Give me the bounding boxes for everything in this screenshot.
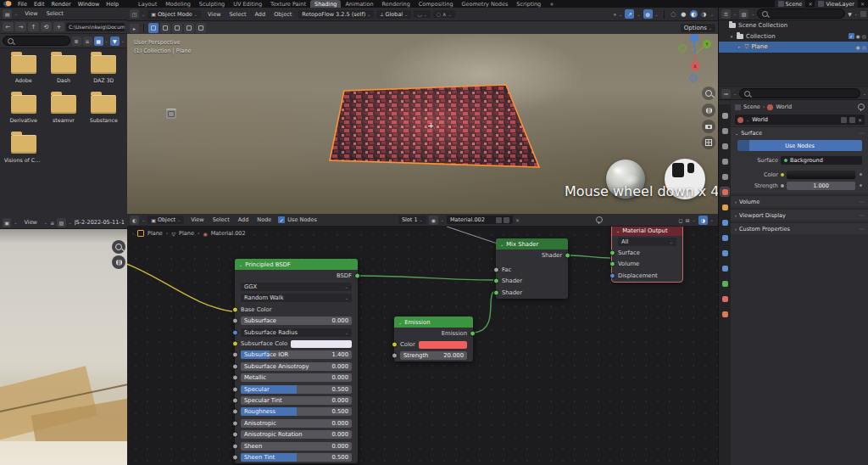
material-slot-selector[interactable]: Slot 1⌄ — [398, 216, 426, 224]
image-name[interactable]: JS-2-2022-05-11-15 — [75, 219, 125, 226]
node-color-row[interactable]: Color — [400, 341, 467, 349]
input-socket[interactable] — [232, 397, 238, 403]
viewport-menu[interactable]: Select — [225, 11, 250, 18]
properties-tab[interactable] — [721, 264, 729, 272]
refresh-button[interactable]: ⟲ — [41, 22, 52, 31]
node-color-row[interactable]: Subsurface Colo — [241, 340, 352, 348]
workspace-tab[interactable]: Sculpting — [195, 0, 229, 8]
workspace-tab[interactable]: UV Editing — [229, 0, 266, 8]
emission-output-socket[interactable] — [470, 330, 476, 336]
select-tool-variant[interactable] — [184, 23, 194, 33]
navigation-gizmo[interactable]: Y X — [674, 34, 718, 83]
display-settings-chevron[interactable]: ⌄ — [105, 38, 108, 43]
editor-type-icon[interactable]: ☰ — [721, 9, 731, 19]
display-vertical-list-icon[interactable]: ≣ — [72, 36, 81, 46]
topbar-menu[interactable]: Window — [75, 1, 103, 8]
node-dropdown[interactable]: GGX⌄ — [241, 283, 352, 291]
options-dropdown[interactable]: Options⌄ — [681, 24, 715, 32]
color-swatch[interactable] — [291, 340, 352, 348]
node-canvas[interactable]: › Plane› ▽ Plane› ◉ Material.002 ⌄Princi… — [127, 227, 718, 465]
display-horizontal-list-icon[interactable]: ≡ — [83, 36, 92, 46]
editor-type-icon[interactable]: ≔ — [721, 89, 731, 98]
workspace-tab[interactable]: Animation — [341, 0, 377, 8]
topbar-menu[interactable]: Render — [47, 1, 74, 8]
color-swatch[interactable] — [419, 341, 467, 349]
zoom-button[interactable] — [702, 87, 715, 100]
pan-button[interactable] — [702, 104, 715, 117]
display-mode-icon[interactable]: ▨ — [739, 9, 748, 19]
shader-type-selector[interactable]: ▣Object⌄ — [147, 216, 184, 224]
node-value-slider[interactable]: Anisotropic0.000 — [241, 419, 352, 428]
node-input-row[interactable]: Sheen Tint0.500 — [235, 451, 358, 462]
pin-icon[interactable] — [596, 216, 603, 223]
properties-search-input[interactable] — [739, 88, 860, 98]
input-socket[interactable] — [609, 250, 615, 256]
node-principled-bsdf[interactable]: ⌄Principled BSDF BSDF GGX⌄ Rando — [235, 259, 358, 463]
breadcrumb-scene[interactable]: Scene — [743, 104, 760, 110]
topbar-menu[interactable]: Edit — [31, 1, 48, 8]
shading-wireframe-icon[interactable]: ◌ — [670, 10, 677, 18]
mode-selector[interactable]: ▣Object Mode⌄ — [147, 10, 201, 19]
pin-icon[interactable] — [858, 104, 865, 110]
node-value-slider[interactable]: Roughness0.500 — [241, 407, 352, 416]
node-value-slider[interactable]: Specular Tint0.000 — [241, 396, 352, 405]
workspace-tab[interactable]: Geometry Nodes — [458, 0, 513, 8]
editor-type-icon[interactable]: ▣ — [3, 218, 11, 227]
node-input-row[interactable]: Roughness0.500 — [235, 406, 358, 417]
scene-unlink-icon[interactable]: ✕ — [808, 1, 812, 7]
outliner-options-icon[interactable] — [860, 11, 866, 17]
node-header[interactable]: ⌄Principled BSDF — [235, 259, 358, 270]
viewlayer-selector[interactable]: ViewLayer — [815, 0, 858, 8]
input-socket[interactable] — [232, 386, 238, 392]
properties-tab[interactable] — [721, 203, 729, 211]
properties-tab[interactable] — [721, 111, 729, 120]
node-input-row[interactable]: Strength20.000 — [394, 350, 473, 361]
folder-item[interactable]: steamvr — [43, 95, 83, 123]
filter-toggle-icon[interactable]: ▼ — [110, 36, 120, 46]
animate-dot[interactable] — [860, 173, 862, 176]
filter-icon[interactable]: ▼ — [848, 11, 852, 17]
hide-eye-icon[interactable]: ◉ — [856, 33, 860, 39]
properties-tab[interactable] — [721, 310, 729, 318]
node-input-row[interactable]: Surface — [612, 247, 682, 258]
collapsed-panel-header[interactable]: ›Viewport Display⋯ — [731, 210, 868, 221]
input-socket[interactable] — [392, 342, 398, 348]
node-emission[interactable]: ⌄Emission Emission Color Strength20.000 — [394, 317, 473, 361]
viewport-menu[interactable]: Add — [251, 11, 270, 18]
node-input-row[interactable]: Random Walk⌄ — [235, 293, 358, 304]
node-input-row[interactable]: Specular Tint0.000 — [235, 395, 358, 406]
bsdf-output-socket[interactable] — [354, 272, 360, 278]
zoom-region-button[interactable] — [112, 240, 125, 254]
file-search-input[interactable] — [3, 36, 70, 46]
node-input-row[interactable]: Specular0.500 — [235, 384, 358, 395]
menu-collapse-icon[interactable]: ≡ — [50, 220, 54, 226]
xray-toggle-icon[interactable]: ◍ — [643, 9, 653, 19]
copy-icon[interactable] — [849, 117, 855, 123]
outliner-row[interactable]: ▸ ▽ Plane ◉ ◎ — [719, 42, 868, 53]
path-field[interactable]: C:\Users\nkeig\Docum... — [66, 23, 125, 31]
node-input-row[interactable]: Shader — [496, 287, 568, 298]
image-editor-view-menu[interactable]: View — [20, 219, 42, 226]
node-input-row[interactable]: Fac — [496, 264, 568, 275]
topbar-menu[interactable]: Help — [103, 1, 122, 8]
input-socket[interactable] — [232, 443, 238, 449]
input-socket[interactable] — [232, 432, 238, 438]
node-value-slider[interactable]: Sheen Tint0.500 — [241, 453, 352, 462]
gizmos-dropdown-icon[interactable]: ⌖ — [614, 11, 616, 18]
node-input-row[interactable]: Subsurface IOR1.400 — [235, 350, 358, 361]
folder-item[interactable]: Substance — [84, 95, 124, 123]
node-input-row[interactable]: Sheen0.000 — [235, 440, 358, 451]
node-value-slider[interactable]: Subsurface0.000 — [241, 317, 352, 325]
blender-logo-icon[interactable] — [3, 1, 12, 7]
world-color-swatch[interactable] — [787, 171, 855, 179]
properties-tab[interactable] — [721, 142, 729, 150]
select-tool-variant[interactable] — [172, 23, 182, 33]
perspective-toggle-button[interactable] — [702, 136, 715, 149]
new-folder-button[interactable]: + — [53, 22, 64, 31]
pan-region-button[interactable] — [112, 255, 125, 269]
properties-tab[interactable] — [721, 172, 729, 181]
transform-orientation-selector[interactable]: ⟂Global⌄ — [376, 10, 411, 19]
node-value-slider[interactable]: Specular0.500 — [241, 385, 352, 394]
viewport-menu[interactable]: View — [203, 11, 225, 18]
properties-tab[interactable] — [721, 188, 729, 196]
